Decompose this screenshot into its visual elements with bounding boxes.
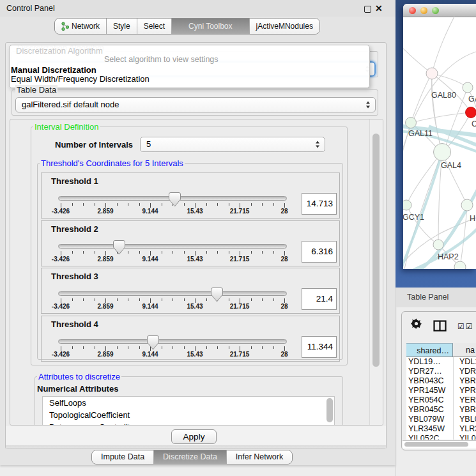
slider-scale-label: 9.144	[142, 208, 158, 215]
threshold-slider-thumb[interactable]	[169, 192, 181, 207]
tab-style[interactable]: Style	[107, 19, 137, 34]
slider-scale-label: 2.859	[97, 303, 113, 310]
slider-tick	[128, 251, 128, 254]
node-gal11[interactable]	[406, 118, 417, 128]
node-pink[interactable]	[426, 68, 438, 79]
numerical-attributes-list[interactable]: SelfLoopsTopologicalCoefficientBetweenne…	[42, 396, 335, 426]
zoom-traffic-light[interactable]	[432, 7, 439, 14]
slider-tick	[173, 251, 173, 254]
tab-discretize-data[interactable]: Discretize Data	[154, 450, 227, 464]
close-traffic-light[interactable]	[409, 7, 416, 14]
tab-jactivemnodules[interactable]: jActiveMNodules	[250, 19, 319, 34]
app-root: Control Panel ✕ NetworkStyleSelectCyni T…	[0, 0, 476, 476]
slider-tick	[61, 251, 61, 256]
node-label-hap2: HAP2	[438, 252, 459, 261]
node-gal4[interactable]	[434, 144, 451, 161]
slider-tick	[83, 346, 84, 349]
slider-tick	[195, 251, 196, 256]
slider-tick	[139, 346, 140, 349]
table-hscrollbar-track[interactable]	[403, 440, 476, 449]
close-icon[interactable]: ✕	[375, 3, 383, 13]
threshold-value-field[interactable]: 6.316	[302, 241, 337, 263]
algorithm-dropdown-popup: Discretization Algorithm Select algorith…	[9, 45, 370, 88]
dropdown-item-equal-width[interactable]: Equal Width/Frequency Discretization	[11, 74, 150, 84]
threshold-panel-2: Threshold 2-3.4262.8599.14415.4321.71528…	[41, 220, 340, 266]
attribute-item[interactable]: TopologicalCoefficient	[43, 409, 334, 421]
column-header-shared[interactable]: shared…	[406, 343, 453, 357]
node-hap2[interactable]	[433, 240, 443, 250]
table-row[interactable]: YBL079WYBL0	[406, 415, 476, 424]
attribute-item[interactable]: SelfLoops	[43, 397, 334, 409]
bottom-tabstrip: Impute DataDiscretize DataInfer Network	[91, 450, 293, 464]
table-data-combobox[interactable]: galFiltered.sif default node	[15, 97, 376, 112]
slider-tick	[162, 298, 162, 301]
threshold-value-field[interactable]: 14.713	[302, 193, 337, 215]
tab-network[interactable]: Network	[55, 19, 107, 34]
slider-tick	[139, 203, 140, 206]
table-panel-titlebar: Table Panel	[396, 288, 476, 307]
threshold-slider-thumb[interactable]	[147, 335, 159, 350]
tab-select[interactable]: Select	[137, 19, 172, 34]
table-row[interactable]: YLR345WYLR3	[406, 424, 476, 434]
slider-scale-label: 28	[280, 256, 288, 263]
threshold-slider-thumb[interactable]	[211, 288, 223, 302]
slider-scale-label: 15.43	[187, 208, 203, 215]
slider-tick	[273, 203, 274, 206]
slider-tick	[173, 298, 173, 301]
apply-button[interactable]: Apply	[171, 429, 217, 444]
slider-tick	[262, 298, 263, 301]
cyni-toolbox-panel: Discretization Algorithm Discretization …	[5, 42, 387, 449]
thresholds-group-label: Threshold's Coordinates for 5 Intervals	[40, 158, 185, 168]
checkbox-icons[interactable]: ☑☑	[457, 322, 474, 331]
table-row[interactable]: YDR27…YDR2	[406, 367, 476, 376]
table-row[interactable]: YDL19…YDL1	[406, 357, 476, 367]
slider-scale-label: 15.43	[187, 351, 203, 358]
threshold-value-field[interactable]: 11.344	[302, 336, 337, 358]
table-row[interactable]: YPR145WYPR1	[406, 386, 476, 395]
float-icon[interactable]	[364, 6, 371, 13]
threshold-slider-track[interactable]	[58, 339, 287, 344]
tab-infer-network[interactable]: Infer Network	[227, 450, 292, 464]
table-row[interactable]: YER054CYER0	[406, 395, 476, 405]
slider-tick	[206, 346, 207, 349]
network-canvas[interactable]: GAL80GACGAL11GAL4HGCY1HAP2	[403, 17, 476, 269]
slider-tick	[262, 203, 263, 206]
node-gcy1[interactable]	[403, 200, 411, 210]
node-label-gal11: GAL11	[408, 129, 433, 138]
number-of-intervals-value: 5	[146, 137, 151, 151]
number-of-intervals-spinner[interactable]: 5	[140, 137, 325, 152]
slider-tick	[217, 346, 218, 349]
threshold-value-field[interactable]: 21.4	[302, 288, 337, 310]
slider-scale-label: 28	[280, 208, 288, 215]
table-row[interactable]: YBR043CYBR0	[406, 376, 476, 386]
gear-icon[interactable]	[411, 318, 422, 332]
tab-cyni-toolbox[interactable]: Cyni Toolbox	[172, 19, 249, 34]
attribute-item[interactable]: BetweennessCentrality	[43, 421, 334, 426]
slider-scale-label: 2.859	[97, 208, 113, 215]
dropdown-item-manual-discretization[interactable]: Manual Discretization	[11, 65, 96, 75]
threshold-slider-thumb[interactable]	[113, 240, 125, 255]
slider-tick	[217, 203, 218, 206]
threshold-slider-track[interactable]	[58, 244, 287, 249]
table-row[interactable]: YIL052CYIL0	[406, 434, 476, 440]
slider-tick	[184, 251, 185, 254]
slider-tick	[72, 251, 73, 254]
attributes-list-scrollbar[interactable]	[326, 398, 333, 422]
table-row[interactable]: YBR045CYBR0	[406, 405, 476, 415]
column-header-name[interactable]: na	[453, 343, 476, 357]
node-label-c: C	[472, 119, 476, 128]
minimize-traffic-light[interactable]	[420, 7, 427, 14]
slider-tick	[95, 346, 95, 349]
viewport-scrollbar-thumb[interactable]	[372, 134, 380, 367]
node-red[interactable]	[466, 107, 476, 118]
threshold-panel-4: Threshold 4-3.4262.8599.14415.4321.71528…	[41, 316, 340, 362]
tab-impute-data[interactable]: Impute Data	[92, 450, 154, 464]
threshold-slider-track[interactable]	[58, 291, 287, 296]
interval-definition-label: Interval Definition	[33, 122, 100, 132]
columns-icon[interactable]	[433, 320, 447, 334]
slider-tick	[83, 203, 84, 206]
slider-scale-label: 9.144	[142, 303, 158, 310]
node-right-mid[interactable]	[461, 199, 473, 211]
table-hscrollbar-thumb[interactable]	[404, 442, 468, 447]
node-top-right[interactable]	[463, 82, 473, 93]
